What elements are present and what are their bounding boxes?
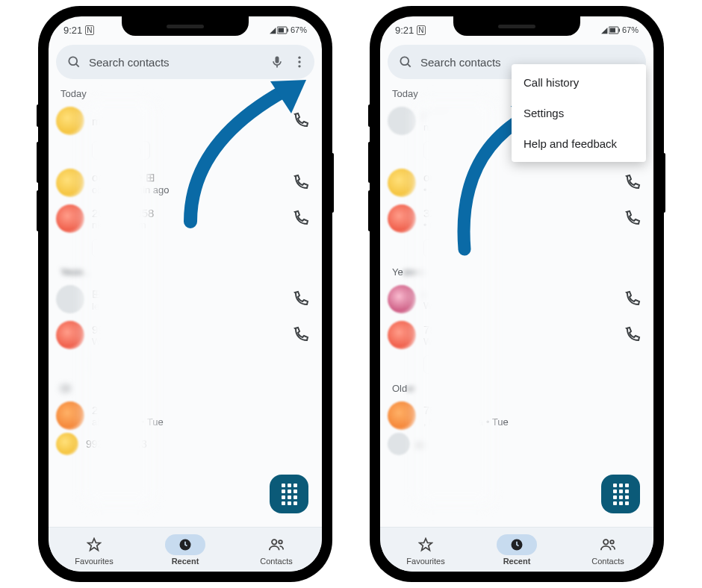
nav-contacts[interactable]: Contacts [231,528,322,572]
star-icon [87,537,102,552]
status-time: 9:21 [63,25,82,36]
avatar [56,107,84,135]
svg-point-23 [610,540,614,544]
dialpad-icon [613,484,629,505]
screen: 9:21 N ◢ 67% Search contacts Today min a… [49,16,322,572]
contacts-icon [268,537,285,552]
status-time: 9:21 [395,25,414,36]
screen: 9:21 N ◢ 67% Search contacts Call histor… [380,16,653,572]
phone-frame-left: 9:21 N ◢ 67% Search contacts Today min a… [40,7,331,581]
nav-label: Recent [503,557,531,566]
avatar [56,285,84,313]
call-icon[interactable] [292,290,310,308]
menu-call-history[interactable]: Call history [512,67,646,98]
call-icon[interactable] [624,326,642,344]
svg-line-4 [76,64,79,67]
search-placeholder: Search contacts [89,56,262,69]
call-icon[interactable] [624,290,642,308]
svg-point-22 [603,539,608,544]
search-icon [398,54,413,69]
svg-point-18 [400,57,409,65]
recent-calls-list[interactable]: Today min ago Not spam omer care ⊞ obile… [49,84,322,527]
clock-icon [509,537,524,552]
mic-icon[interactable] [270,54,285,69]
notch [453,16,580,36]
call-icon[interactable] [624,210,642,228]
nav-label: Contacts [260,557,292,566]
nav-label: Recent [172,557,199,566]
call-icon[interactable] [292,174,310,192]
signal-icon: ◢ [601,25,607,35]
nav-contacts[interactable]: Contacts [562,528,653,572]
signal-icon: ◢ [270,25,276,35]
battery-icon [277,26,289,34]
avatar [56,169,84,197]
bottom-nav: Favourites Recent Contacts [49,527,322,572]
dialpad-fab[interactable] [601,475,640,513]
more-icon[interactable] [292,54,307,69]
dialpad-icon [282,484,297,505]
phone-frame-right: 9:21 N ◢ 67% Search contacts Call histor… [371,7,662,581]
avatar [388,321,416,349]
call-icon[interactable] [292,326,310,344]
avatar [388,107,416,135]
nfc-icon: N [85,25,93,35]
nav-favourites[interactable]: Favourites [49,528,140,572]
svg-rect-5 [276,57,279,63]
svg-rect-16 [609,28,615,32]
avatar [56,433,78,455]
nav-recent[interactable]: Recent [471,528,562,572]
svg-line-19 [408,64,411,67]
avatar [56,401,84,430]
avatar [388,169,416,197]
svg-point-8 [298,60,300,63]
call-icon[interactable] [292,112,310,130]
svg-point-7 [298,57,300,59]
nav-label: Favourites [406,557,444,566]
svg-rect-17 [618,28,620,31]
clock-icon [178,537,193,552]
svg-point-13 [279,540,282,544]
bottom-nav: Favourites Recent Contacts [380,527,653,572]
avatar [388,204,416,233]
nfc-icon: N [417,25,425,35]
avatar [56,204,84,233]
call-icon[interactable] [292,210,310,228]
contacts-icon [600,537,616,552]
call-icon[interactable] [624,174,642,192]
menu-help-feedback[interactable]: Help and feedback [512,128,646,159]
nav-label: Contacts [591,557,624,566]
avatar [388,285,416,313]
avatar [388,401,416,430]
menu-settings[interactable]: Settings [512,98,646,128]
svg-rect-2 [287,28,288,31]
battery-icon [609,26,621,34]
svg-point-3 [69,57,77,65]
dialpad-fab[interactable] [270,475,308,513]
notch [122,16,249,36]
avatar [56,321,84,349]
overflow-menu: Call history Settings Help and feedback [512,64,646,162]
status-battery: 67% [291,25,307,34]
svg-point-9 [298,65,300,67]
section-today: Today [49,84,322,102]
status-battery: 67% [622,25,639,34]
svg-marker-20 [420,538,432,550]
nav-label: Favourites [75,557,113,566]
search-bar[interactable]: Search contacts [56,45,314,79]
svg-marker-10 [88,538,101,550]
search-icon [66,54,81,69]
nav-favourites[interactable]: Favourites [380,528,471,572]
avatar [388,433,410,455]
star-icon [418,537,433,552]
svg-point-12 [272,539,276,544]
svg-rect-1 [278,28,284,32]
nav-recent[interactable]: Recent [140,528,231,572]
